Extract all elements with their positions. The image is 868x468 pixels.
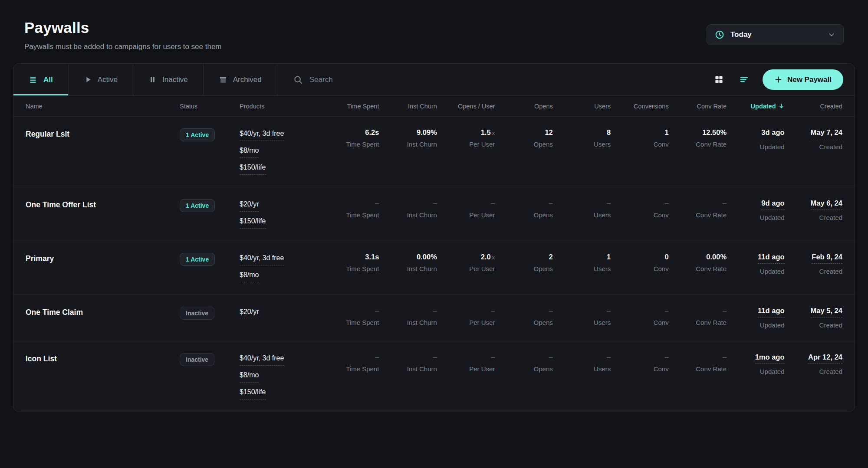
metric-value: 1mo ago [731, 353, 784, 364]
date-filter-dropdown[interactable]: Today [707, 24, 844, 45]
column-header-created[interactable]: Created [789, 103, 842, 110]
tab-all[interactable]: All [13, 64, 69, 95]
column-header-users[interactable]: Users [557, 103, 611, 110]
metric-value: – [326, 199, 379, 207]
tab-active[interactable]: Active [69, 64, 133, 95]
metric-label: Created [789, 321, 842, 329]
status-badge: Inactive [180, 353, 214, 366]
metric-users: –Users [557, 199, 611, 229]
grid-view-icon [714, 75, 724, 85]
metric-value: May 7, 24 [789, 128, 842, 139]
metric-label: Conv Rate [673, 319, 727, 326]
column-header-opens[interactable]: Opens [499, 103, 552, 110]
table-row[interactable]: One Time ClaimInactive$20/yr–Time Spent–… [13, 295, 855, 341]
metric-label: Opens [499, 365, 552, 373]
column-header-label: Opens [534, 103, 553, 110]
metric-label: Time Spent [326, 211, 379, 219]
date-filter-label: Today [730, 30, 752, 39]
column-header-label: Conversions [634, 103, 669, 110]
status-badge: 1 Active [180, 253, 215, 266]
product-item[interactable]: $40/yr, 3d free [240, 254, 284, 265]
metric-value: – [499, 353, 552, 361]
metric-created: May 7, 24Created [789, 128, 842, 175]
page-title: Paywalls [24, 19, 222, 36]
table-row[interactable]: One Time Offer List1 Active$20/yr$150/li… [13, 187, 855, 241]
metric-label: Conv Rate [673, 365, 727, 373]
column-header-conversions[interactable]: Conversions [615, 103, 668, 110]
product-item[interactable]: $40/yr, 3d free [240, 130, 284, 141]
paywalls-page: Paywalls Paywalls must be added to campa… [0, 0, 868, 412]
column-header-label: Updated [751, 103, 776, 110]
new-paywall-button[interactable]: New Paywall [763, 69, 843, 90]
metric-label: Conv [615, 141, 668, 148]
metric-per-user: –Per User [441, 307, 495, 329]
search-input[interactable] [309, 75, 712, 84]
metric-time-spent: –Time Spent [326, 353, 379, 399]
column-header-status[interactable]: Status [180, 103, 235, 110]
paywall-name: Regular Lsit [26, 128, 175, 175]
product-item[interactable]: $150/life [240, 388, 266, 399]
product-item[interactable]: $150/life [240, 217, 266, 229]
product-item[interactable]: $20/yr [240, 308, 259, 319]
metric-label: Users [557, 141, 611, 148]
metric-label: Updated [731, 268, 784, 275]
column-header-inst-churn[interactable]: Inst Churn [383, 103, 437, 110]
column-header-label: Conv Rate [697, 103, 727, 110]
product-item[interactable]: $40/yr, 3d free [240, 354, 284, 366]
list-view-button[interactable] [737, 73, 751, 86]
metric-value: – [673, 199, 727, 207]
metric-label: Opens [499, 319, 552, 326]
metric-value: May 5, 24 [789, 307, 842, 317]
product-item[interactable]: $8/mo [240, 271, 259, 282]
column-header-updated[interactable]: Updated [731, 103, 784, 110]
paywalls-card: AllActiveInactiveArchived [13, 63, 855, 412]
tab-inactive[interactable]: Inactive [133, 64, 204, 95]
metric-label: Inst Churn [383, 211, 437, 219]
status-badge: 1 Active [180, 199, 215, 212]
metric-label: Inst Churn [383, 365, 437, 373]
metric-updated: 9d agoUpdated [731, 199, 784, 229]
metric-value: – [383, 307, 437, 315]
metric-label: Time Spent [326, 365, 379, 373]
metric-label: Users [557, 211, 611, 219]
metric-users: –Users [557, 307, 611, 329]
column-header-label: Name [26, 103, 43, 110]
metric-label: Conv [615, 265, 668, 272]
product-item[interactable]: $8/mo [240, 371, 259, 383]
product-item[interactable]: $150/life [240, 164, 266, 175]
product-item[interactable]: $8/mo [240, 147, 259, 158]
column-header-products[interactable]: Products [240, 103, 321, 110]
metric-value: – [557, 199, 611, 207]
table-row[interactable]: Regular Lsit1 Active$40/yr, 3d free$8/mo… [13, 117, 855, 187]
table-row[interactable]: Icon ListInactive$40/yr, 3d free$8/mo$15… [13, 341, 855, 412]
metric-label: Inst Churn [383, 265, 437, 272]
metric-label: Conv [615, 211, 668, 219]
tab-archived[interactable]: Archived [204, 64, 277, 95]
metric-updated: 3d agoUpdated [731, 128, 784, 175]
metric-opens: 12Opens [499, 128, 552, 175]
metric-label: Conv Rate [673, 141, 727, 148]
column-header-name[interactable]: Name [26, 103, 175, 110]
paywall-name: One Time Offer List [26, 199, 175, 229]
metric-label: Updated [731, 214, 784, 221]
paywall-name: Icon List [26, 353, 175, 399]
chevron-down-icon [828, 31, 835, 39]
column-header-label: Created [820, 103, 842, 110]
sort-desc-icon [778, 103, 785, 109]
column-header-label: Inst Churn [408, 103, 437, 110]
table-row[interactable]: Primary1 Active$40/yr, 3d free$8/mo3.1sT… [13, 241, 855, 295]
status-cell: Inactive [180, 353, 235, 399]
metric-updated: 11d agoUpdated [731, 253, 784, 282]
metric-conv-rate: –Conv Rate [673, 307, 727, 329]
metric-value: – [557, 353, 611, 361]
metric-value: 11d ago [731, 307, 784, 317]
metric-label: Per User [441, 319, 495, 326]
column-header-time-spent[interactable]: Time Spent [326, 103, 379, 110]
page-subtitle: Paywalls must be added to campaigns for … [24, 43, 222, 51]
metric-per-user: –Per User [441, 199, 495, 229]
column-header-conv-rate[interactable]: Conv Rate [673, 103, 727, 110]
metric-opens: –Opens [499, 307, 552, 329]
product-item[interactable]: $20/yr [240, 200, 259, 212]
grid-view-button[interactable] [712, 73, 726, 86]
column-header-opens-user[interactable]: Opens / User [441, 103, 495, 110]
